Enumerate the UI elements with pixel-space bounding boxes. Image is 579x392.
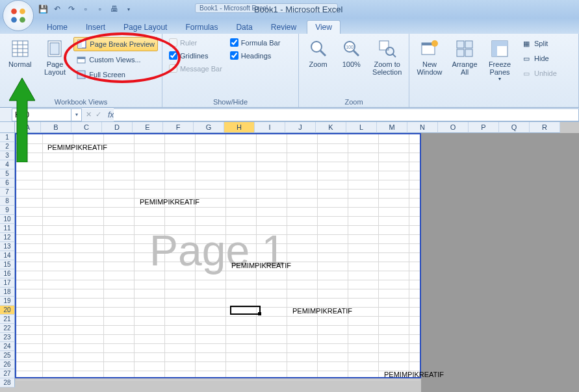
col-header-a[interactable]: A	[15, 122, 41, 133]
print-icon[interactable]: 🖶	[109, 4, 120, 14]
row-header-10[interactable]: 10	[0, 215, 15, 224]
row-header-24[interactable]: 24	[0, 342, 15, 351]
col-header-q[interactable]: Q	[499, 122, 530, 133]
zoom-selection-button[interactable]: Zoom to Selection	[369, 36, 405, 77]
col-header-c[interactable]: C	[71, 122, 102, 133]
svg-text:100: 100	[346, 45, 354, 49]
col-header-p[interactable]: P	[469, 122, 499, 133]
formula-bar-checkbox[interactable]: Formula Bar	[227, 37, 283, 48]
gridlines-checkbox[interactable]: Gridlines	[166, 50, 225, 61]
custom-views-button[interactable]: Custom Views...	[73, 53, 158, 66]
row-header-9[interactable]: 9	[0, 206, 15, 215]
headings-checkbox[interactable]: Headings	[227, 50, 283, 61]
tab-data[interactable]: Data	[228, 21, 260, 34]
col-header-e[interactable]: E	[133, 122, 163, 133]
group-workbook-views: Normal Page Layout Page Break Preview Cu…	[0, 34, 162, 107]
page-break-icon	[77, 39, 87, 49]
row-header-13[interactable]: 13	[0, 242, 15, 251]
page-layout-button[interactable]: Page Layout	[39, 36, 71, 77]
tab-insert[interactable]: Insert	[78, 21, 113, 34]
hide-button[interactable]: ▭Hide	[519, 52, 560, 65]
active-cell[interactable]	[230, 306, 261, 315]
col-header-b[interactable]: B	[41, 122, 71, 133]
row-header-3[interactable]: 3	[0, 151, 15, 160]
col-header-i[interactable]: I	[255, 122, 285, 133]
zoom-selection-icon	[377, 38, 398, 59]
select-all-corner[interactable]	[0, 122, 15, 133]
row-header-17[interactable]: 17	[0, 278, 15, 288]
svg-rect-11	[50, 43, 59, 55]
svg-point-3	[19, 17, 25, 23]
col-header-g[interactable]: G	[194, 122, 224, 133]
row-header-22[interactable]: 22	[0, 324, 15, 333]
col-header-o[interactable]: O	[438, 122, 469, 133]
full-screen-button[interactable]: Full Screen	[73, 68, 158, 81]
name-box[interactable]: H20 ▾	[12, 108, 82, 121]
row-header-21[interactable]: 21	[0, 315, 15, 324]
spreadsheet[interactable]: ABCDEFGHIJKLMNOPQR 123456789101112131415…	[0, 122, 579, 392]
tab-home[interactable]: Home	[39, 21, 75, 34]
formula-input[interactable]	[114, 108, 579, 121]
fx-icon[interactable]: fx	[108, 110, 114, 119]
qat-icon[interactable]: ▫	[81, 4, 91, 14]
normal-view-button[interactable]: Normal	[4, 36, 36, 69]
dropdown-icon: ▾	[498, 76, 501, 82]
formula-bar: H20 ▾ ✕ ✓ fx	[0, 108, 579, 122]
row-header-8[interactable]: 8	[0, 197, 15, 206]
row-header-26[interactable]: 26	[0, 360, 15, 369]
col-header-n[interactable]: N	[407, 122, 438, 133]
unhide-button[interactable]: ▭Unhide	[519, 67, 560, 80]
page-break-preview-button[interactable]: Page Break Preview	[73, 37, 158, 51]
row-header-1[interactable]: 1	[0, 133, 15, 142]
col-header-f[interactable]: F	[163, 122, 194, 133]
namebox-dropdown-icon[interactable]: ▾	[71, 109, 81, 121]
split-button[interactable]: ▦Split	[519, 37, 560, 50]
row-header-27[interactable]: 27	[0, 369, 15, 378]
zoom-button[interactable]: Zoom	[303, 36, 333, 69]
row-header-6[interactable]: 6	[0, 178, 15, 188]
col-header-k[interactable]: K	[316, 122, 346, 133]
row-header-15[interactable]: 15	[0, 260, 15, 269]
freeze-panes-button[interactable]: Freeze Panes ▾	[483, 36, 516, 83]
tab-formulas[interactable]: Formulas	[177, 21, 225, 34]
row-header-12[interactable]: 12	[0, 233, 15, 242]
col-header-r[interactable]: R	[530, 122, 560, 133]
window-title: Book1 - Microsoft Excel	[254, 5, 343, 14]
row-header-2[interactable]: 2	[0, 142, 15, 151]
office-button[interactable]	[3, 0, 34, 31]
col-header-d[interactable]: D	[102, 122, 133, 133]
col-header-l[interactable]: L	[346, 122, 377, 133]
row-header-28[interactable]: 28	[0, 378, 15, 387]
tab-review[interactable]: Review	[263, 21, 304, 34]
row-header-18[interactable]: 18	[0, 288, 15, 297]
redo-icon[interactable]: ↷	[66, 4, 77, 14]
ruler-checkbox: Ruler	[166, 37, 225, 48]
save-icon[interactable]: 💾	[38, 4, 48, 14]
row-header-20[interactable]: 20	[0, 306, 15, 315]
tab-page-layout[interactable]: Page Layout	[116, 21, 175, 34]
zoom-100-button[interactable]: 100 100%	[336, 36, 367, 69]
cell-m27: PEMIMPIKREATIF	[384, 371, 444, 378]
row-header-4[interactable]: 4	[0, 160, 15, 169]
new-window-button[interactable]: New Window	[413, 36, 446, 77]
qat-icon[interactable]: ▫	[95, 4, 105, 14]
qat-dropdown-icon[interactable]: ▾	[123, 4, 134, 14]
row-header-11[interactable]: 11	[0, 224, 15, 233]
arrange-all-button[interactable]: Arrange All	[448, 36, 481, 77]
freeze-panes-icon	[489, 38, 510, 59]
row-header-25[interactable]: 25	[0, 351, 15, 360]
full-screen-label: Full Screen	[89, 71, 125, 79]
col-header-j[interactable]: J	[285, 122, 316, 133]
row-header-19[interactable]: 19	[0, 297, 15, 306]
row-header-7[interactable]: 7	[0, 188, 15, 197]
zoom-100-icon: 100	[341, 38, 362, 59]
tab-view[interactable]: View	[307, 20, 341, 34]
row-header-14[interactable]: 14	[0, 251, 15, 260]
undo-icon[interactable]: ↶	[52, 4, 62, 14]
row-header-23[interactable]: 23	[0, 333, 15, 342]
col-header-h[interactable]: H	[224, 122, 255, 133]
col-header-m[interactable]: M	[377, 122, 407, 133]
row-header-5[interactable]: 5	[0, 169, 15, 178]
zoom-group-label: Zoom	[303, 97, 405, 107]
row-header-16[interactable]: 16	[0, 269, 15, 278]
